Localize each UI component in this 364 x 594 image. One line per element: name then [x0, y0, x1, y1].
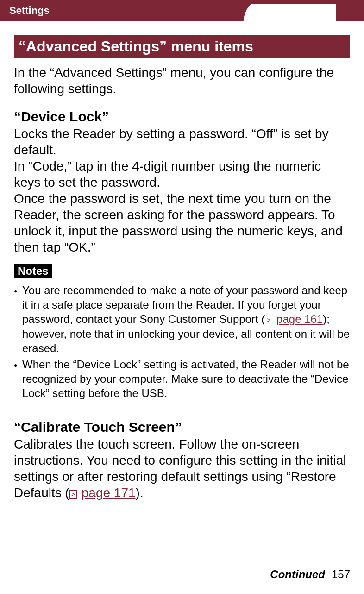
section-title-banner: “Advanced Settings” menu items: [14, 35, 350, 58]
note-pre: When the “Device Lock” setting is activa…: [22, 358, 349, 399]
calibrate-heading: “Calibrate Touch Screen”: [14, 419, 350, 435]
device-lock-heading: “Device Lock”: [14, 109, 350, 125]
xref-icon: >: [69, 490, 77, 499]
header-bar: Settings: [0, 0, 364, 21]
page-link-161[interactable]: page 161: [276, 313, 323, 325]
bullet-icon: [14, 357, 22, 401]
continued-label: Continued: [270, 568, 325, 581]
page-number: 157: [332, 568, 350, 581]
calibrate-pre: Calibrates the touch screen. Follow the …: [14, 437, 346, 500]
footer: Continued157: [270, 568, 350, 581]
note-text: You are recommended to make a note of yo…: [22, 283, 350, 355]
header-line-decoration: [244, 0, 364, 4]
note-item: You are recommended to make a note of yo…: [14, 283, 350, 355]
notes-label: Notes: [14, 264, 52, 278]
page-link-171[interactable]: page 171: [82, 486, 136, 500]
bullet-icon: [14, 283, 22, 355]
page-content: “Advanced Settings” menu items In the “A…: [0, 21, 364, 501]
calibrate-body: Calibrates the touch screen. Follow the …: [14, 436, 350, 501]
device-lock-body: Locks the Reader by setting a password. …: [14, 126, 350, 255]
note-item: When the “Device Lock” setting is activa…: [14, 357, 350, 401]
xref-icon: >: [265, 316, 272, 324]
note-text: When the “Device Lock” setting is activa…: [22, 357, 350, 401]
notes-list: You are recommended to make a note of yo…: [14, 283, 350, 401]
intro-text: In the “Advanced Settings” menu, you can…: [14, 64, 350, 97]
calibrate-post: ).: [136, 486, 144, 500]
